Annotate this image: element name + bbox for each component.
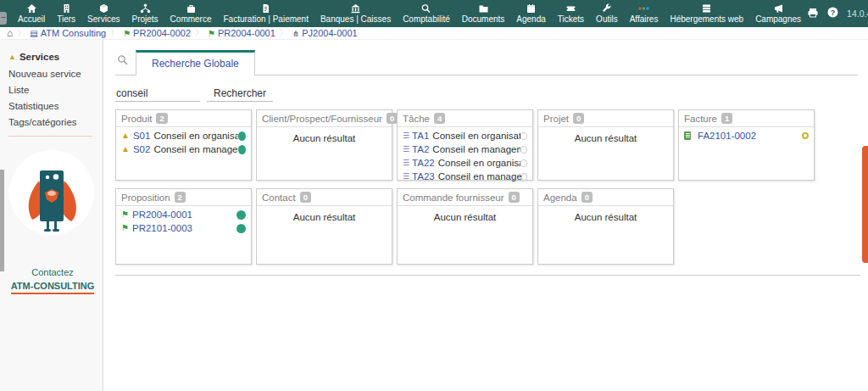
result-item[interactable]: ☰ TA2 Conseil en management bbox=[398, 141, 532, 154]
panel-client: Client/Prospect/Fournisseur0 Aucun résul… bbox=[256, 109, 392, 181]
result-item[interactable]: ▲ S02 Conseil en management bbox=[116, 141, 251, 154]
result-link[interactable]: PR2004-0001 bbox=[132, 209, 192, 220]
menu-item-comptabilite[interactable]: Comptabilité bbox=[397, 0, 456, 27]
breadcrumb-item-company[interactable]: ▤ATM Consulting bbox=[30, 28, 106, 38]
service-icon: ▲ bbox=[8, 53, 16, 61]
help-icon[interactable]: ? bbox=[827, 6, 838, 21]
panel-title: Produit bbox=[121, 114, 152, 124]
status-dot bbox=[238, 145, 246, 154]
result-item[interactable]: ☰ TA1 Conseil en organisation bbox=[398, 127, 532, 141]
menu-item-commerce[interactable]: Commerce bbox=[164, 0, 218, 27]
status-ring bbox=[521, 173, 527, 181]
result-item[interactable]: FA2101-0002 bbox=[679, 127, 814, 141]
breadcrumb-item-proposal-1[interactable]: ⚑PR2004-0002 bbox=[123, 28, 191, 38]
top-menubar: ATM Accueil Tiers Services Projets Comme… bbox=[0, 0, 868, 27]
panel-proposition: Proposition2 ⚑ PR2004-0001 ⚑ PR2101-0003 bbox=[115, 188, 252, 265]
task-icon: ☰ bbox=[403, 145, 409, 154]
building-icon bbox=[61, 3, 72, 14]
panel-title: Tâche bbox=[403, 114, 430, 124]
menu-item-campagnes[interactable]: Campagnes bbox=[749, 0, 807, 27]
task-icon: ☰ bbox=[403, 172, 409, 181]
menu-item-projets[interactable]: Projets bbox=[125, 0, 164, 27]
search-input[interactable] bbox=[115, 86, 200, 102]
menu-item-documents[interactable]: Documents bbox=[456, 0, 511, 27]
sidebar-divider bbox=[8, 136, 92, 137]
panel-title: Client/Prospect/Fournisseur bbox=[262, 114, 382, 124]
panel-commande-fournisseur: Commande fournisseur0 Aucun résultat bbox=[397, 188, 533, 265]
sidebar-item-nouveau-service[interactable]: Nouveau service bbox=[8, 69, 103, 79]
project-icon: ⋔ bbox=[292, 29, 299, 38]
result-item[interactable]: ☰ TA22 Conseil en organisation bbox=[398, 154, 532, 168]
menu-item-outils[interactable]: Outils bbox=[590, 0, 624, 27]
menu-item-hebergements[interactable]: Hébergements web bbox=[664, 0, 749, 27]
panel-title: Proposition bbox=[121, 193, 170, 203]
result-link[interactable]: TA1 bbox=[412, 131, 429, 141]
sidebar-item-statistiques[interactable]: Statistiques bbox=[8, 101, 103, 111]
menu-item-services[interactable]: Services bbox=[81, 0, 125, 27]
empty-result: Aucun résultat bbox=[257, 212, 392, 222]
magnifier-calc-icon bbox=[420, 3, 431, 14]
panel-tache: Tâche4 ☰ TA1 Conseil en organisation ☰ T… bbox=[397, 109, 533, 181]
sidebar-item-liste[interactable]: Liste bbox=[8, 85, 103, 95]
sidebar-item-tags-categories[interactable]: Tags/catégories bbox=[8, 117, 103, 127]
result-link[interactable]: PR2101-0003 bbox=[132, 223, 192, 233]
breadcrumb-item-proposal-2[interactable]: ⚑PR2004-0001 bbox=[208, 28, 275, 38]
count-badge: 4 bbox=[434, 113, 445, 124]
menu-item-agenda[interactable]: Agenda bbox=[510, 0, 551, 27]
panel-projet: Projet0 Aucun résultat bbox=[537, 109, 674, 181]
feedback-pull-tab[interactable] bbox=[862, 146, 868, 263]
contact-atm-link[interactable]: ATM-CONSULTING bbox=[11, 281, 95, 294]
status-dot bbox=[236, 210, 246, 220]
invoice-icon bbox=[684, 131, 691, 140]
panel-title: Contact bbox=[262, 193, 296, 203]
result-item[interactable]: ▲ S01 Conseil en organisation bbox=[116, 127, 251, 141]
menu-item-tiers[interactable]: Tiers bbox=[51, 0, 81, 27]
left-scrollbar[interactable] bbox=[0, 170, 4, 271]
result-item[interactable]: ⚑ PR2101-0003 bbox=[116, 220, 251, 233]
panel-title: Facture bbox=[684, 114, 717, 124]
result-link[interactable]: TA23 bbox=[412, 171, 435, 182]
breadcrumb: ⌂ 〉 ▤ATM Consulting 〉 ⚑PR2004-0002 〉 ⚑PR… bbox=[0, 27, 868, 40]
result-link[interactable]: TA22 bbox=[412, 158, 435, 168]
count-badge: 0 bbox=[300, 192, 311, 203]
breadcrumb-item-project[interactable]: ⋔PJ2004-0001 bbox=[292, 28, 358, 38]
search-button[interactable]: Rechercher bbox=[207, 86, 273, 102]
server-icon bbox=[701, 3, 712, 14]
wrench-icon bbox=[601, 3, 612, 14]
panel-title: Agenda bbox=[543, 193, 577, 203]
breadcrumb-separator: 〉 bbox=[17, 27, 25, 39]
empty-result: Aucun résultat bbox=[257, 133, 392, 143]
result-link[interactable]: S02 bbox=[133, 144, 150, 154]
panel-title: Commande fournisseur bbox=[403, 193, 504, 203]
topbar-right-tools: ? 14.0.4 ⌄ ★ ⌄ Bart ⌄ bbox=[807, 4, 868, 23]
print-icon[interactable] bbox=[807, 6, 819, 21]
proposal-icon: ⚑ bbox=[123, 29, 131, 38]
contact-block: Contactez ATM-CONSULTING bbox=[8, 267, 97, 294]
menu-item-banques[interactable]: Banques | Caisses bbox=[314, 0, 397, 27]
menu-collapse-handle[interactable]: ‒ bbox=[0, 12, 7, 25]
menu-item-facturation[interactable]: Facturation | Paiement bbox=[218, 0, 314, 27]
search-row: Rechercher bbox=[115, 86, 868, 102]
sitemap-icon bbox=[140, 3, 151, 14]
contact-line1: Contactez bbox=[8, 267, 97, 277]
result-link[interactable]: TA2 bbox=[412, 144, 429, 154]
home-icon[interactable]: ⌂ bbox=[7, 27, 13, 39]
menu-item-accueil[interactable]: Accueil bbox=[12, 0, 51, 27]
status-ring bbox=[802, 132, 809, 139]
menu-item-tickets[interactable]: Tickets bbox=[552, 0, 590, 27]
panel-facture: Facture1 FA2101-0002 bbox=[678, 109, 815, 181]
result-link[interactable]: FA2101-0002 bbox=[698, 131, 756, 141]
menu-item-affaires[interactable]: Affaires bbox=[624, 0, 665, 27]
tab-row: Recherche Globale bbox=[115, 50, 868, 75]
status-ring bbox=[520, 132, 527, 140]
result-link[interactable]: S01 bbox=[133, 131, 150, 141]
bank-icon bbox=[350, 3, 361, 14]
product-icon: ▲ bbox=[121, 145, 130, 154]
result-item[interactable]: ☰ TA23 Conseil en management bbox=[398, 168, 532, 182]
empty-result: Aucun résultat bbox=[398, 212, 532, 222]
tab-recherche-globale[interactable]: Recherche Globale bbox=[136, 50, 255, 75]
sidebar-section-services: ▲ Services bbox=[8, 52, 103, 62]
result-item[interactable]: ⚑ PR2004-0001 bbox=[116, 206, 251, 220]
calendar-icon bbox=[526, 3, 537, 14]
status-ring bbox=[520, 146, 527, 154]
